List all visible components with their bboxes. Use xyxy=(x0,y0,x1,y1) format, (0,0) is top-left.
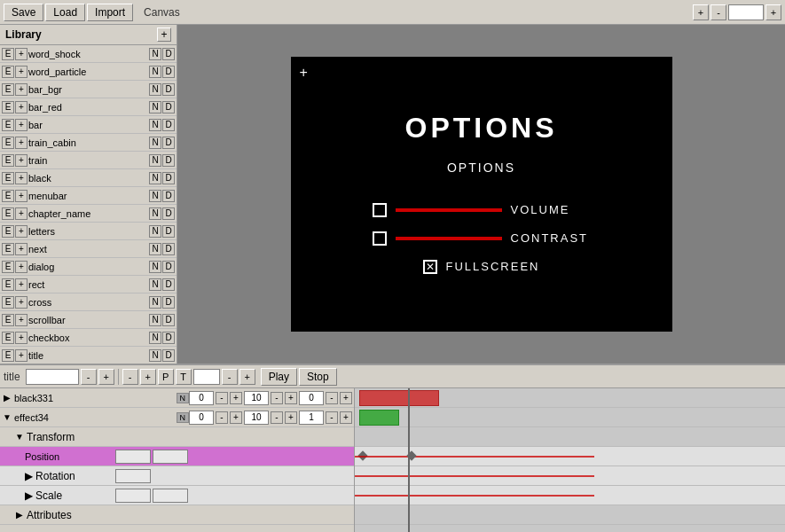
timeline-plus3[interactable]: + xyxy=(239,369,255,385)
kf-start-1[interactable] xyxy=(189,391,214,405)
timeline-p-btn[interactable]: P xyxy=(158,369,174,385)
kf-val-e[interactable] xyxy=(299,411,324,425)
transform-expand[interactable]: ▼ xyxy=(14,432,25,442)
kf-plus-1[interactable]: + xyxy=(230,392,242,404)
n-btn[interactable]: N xyxy=(149,119,161,131)
n-btn[interactable]: N xyxy=(149,48,161,60)
kf-end-e[interactable] xyxy=(244,411,269,425)
canvas-zoom-input[interactable]: 0 xyxy=(728,4,764,20)
timeline-minus2[interactable]: - xyxy=(122,369,138,385)
timeline-t-btn[interactable]: T xyxy=(176,369,192,385)
scale-x-input[interactable]: 1 xyxy=(115,489,151,503)
e-btn[interactable]: E xyxy=(2,101,14,113)
e-btn[interactable]: E xyxy=(2,83,14,96)
d-btn[interactable]: D xyxy=(162,190,175,202)
e-btn[interactable]: E xyxy=(2,296,14,309)
e-btn[interactable]: E xyxy=(2,278,14,291)
e-btn[interactable]: E xyxy=(2,207,14,220)
d-btn[interactable]: D xyxy=(162,332,175,344)
kf-minus-2[interactable]: - xyxy=(271,392,283,404)
n-btn[interactable]: N xyxy=(149,154,161,167)
e-btn[interactable]: E xyxy=(2,314,14,326)
contrast-slider[interactable] xyxy=(396,237,502,240)
scale-expand[interactable]: ▶ xyxy=(25,489,33,502)
kf-plus-e3[interactable]: + xyxy=(340,411,352,424)
d-btn[interactable]: D xyxy=(162,296,175,309)
n-btn[interactable]: N xyxy=(149,261,161,273)
kf-val-1[interactable] xyxy=(299,391,324,405)
n-btn[interactable]: N xyxy=(149,314,161,326)
n-btn[interactable]: N xyxy=(149,332,161,344)
contrast-checkbox[interactable] xyxy=(373,231,387,246)
e-btn[interactable]: E xyxy=(2,190,14,202)
n-btn[interactable]: N xyxy=(149,349,161,362)
kf-start-e[interactable] xyxy=(189,411,214,425)
e-btn[interactable]: E xyxy=(2,349,14,362)
d-btn[interactable]: D xyxy=(162,119,175,131)
plus-btn[interactable]: + xyxy=(15,349,27,362)
volume-slider[interactable] xyxy=(396,208,502,212)
scale-y-input[interactable]: 1 xyxy=(153,489,188,503)
sidebar-add-btn[interactable]: + xyxy=(157,27,171,42)
volume-checkbox[interactable] xyxy=(373,203,387,217)
e-btn[interactable]: E xyxy=(2,154,14,167)
n-btn[interactable]: N xyxy=(149,83,161,96)
load-button[interactable]: Load xyxy=(45,4,85,21)
e-btn[interactable]: E xyxy=(2,48,14,60)
kf-plus-e1[interactable]: + xyxy=(230,411,242,424)
kf-end-1[interactable] xyxy=(244,391,269,405)
d-btn[interactable]: D xyxy=(162,66,175,78)
d-btn[interactable]: D xyxy=(162,154,175,167)
n-btn[interactable]: N xyxy=(149,296,161,309)
e-btn[interactable]: E xyxy=(2,172,14,184)
d-btn[interactable]: D xyxy=(162,48,175,60)
kf-minus-e2[interactable]: - xyxy=(271,411,283,424)
n-btn[interactable]: N xyxy=(149,172,161,184)
kf-minus-e1[interactable]: - xyxy=(216,411,228,424)
n-btn[interactable]: N xyxy=(149,225,161,238)
plus-btn[interactable]: + xyxy=(15,48,27,60)
timeline-frame-input[interactable]: 10 xyxy=(193,369,220,385)
d-btn[interactable]: D xyxy=(162,225,175,238)
kf-plus-e2[interactable]: + xyxy=(285,411,297,424)
plus-btn[interactable]: + xyxy=(15,278,27,291)
e-btn[interactable]: E xyxy=(2,66,14,78)
plus-btn[interactable]: + xyxy=(15,225,27,238)
plus-btn[interactable]: + xyxy=(15,154,27,167)
timeline-minus3[interactable]: - xyxy=(222,369,238,385)
d-btn[interactable]: D xyxy=(162,349,175,362)
timeline-minus1[interactable]: - xyxy=(81,369,97,385)
playhead[interactable] xyxy=(408,388,410,532)
timeline-plus2[interactable]: + xyxy=(140,369,156,385)
d-btn[interactable]: D xyxy=(162,278,175,291)
plus-btn[interactable]: + xyxy=(15,137,27,149)
d-btn[interactable]: D xyxy=(162,172,175,184)
rotation-val-input[interactable]: 0 xyxy=(115,469,151,483)
canvas-plus-btn[interactable]: + xyxy=(693,4,709,20)
plus-btn[interactable]: + xyxy=(15,119,27,131)
save-button[interactable]: Save xyxy=(4,4,43,21)
rotation-expand[interactable]: ▶ xyxy=(25,470,33,482)
d-btn[interactable]: D xyxy=(162,137,175,149)
plus-btn[interactable]: + xyxy=(15,83,27,96)
n-btn[interactable]: N xyxy=(149,190,161,202)
stop-button[interactable]: Stop xyxy=(299,368,337,386)
expand-black331[interactable]: ▶ xyxy=(2,393,12,403)
kf-plus-2[interactable]: + xyxy=(285,392,297,404)
plus-btn[interactable]: + xyxy=(15,66,27,78)
timeline-name-input[interactable]: options xyxy=(26,369,79,385)
d-btn[interactable]: D xyxy=(162,314,175,326)
plus-btn[interactable]: + xyxy=(15,101,27,113)
kf-minus-3[interactable]: - xyxy=(326,392,338,404)
n-btn[interactable]: N xyxy=(149,137,161,149)
d-btn[interactable]: D xyxy=(162,83,175,96)
canvas-minus-btn[interactable]: - xyxy=(710,4,726,20)
play-button[interactable]: Play xyxy=(261,368,297,386)
import-button[interactable]: Import xyxy=(87,4,133,21)
plus-btn[interactable]: + xyxy=(15,332,27,344)
kf-minus-1[interactable]: - xyxy=(216,392,228,404)
attributes-expand[interactable]: ▶ xyxy=(14,510,25,520)
timeline-plus1[interactable]: + xyxy=(98,369,114,385)
e-btn[interactable]: E xyxy=(2,119,14,131)
e-btn[interactable]: E xyxy=(2,261,14,273)
